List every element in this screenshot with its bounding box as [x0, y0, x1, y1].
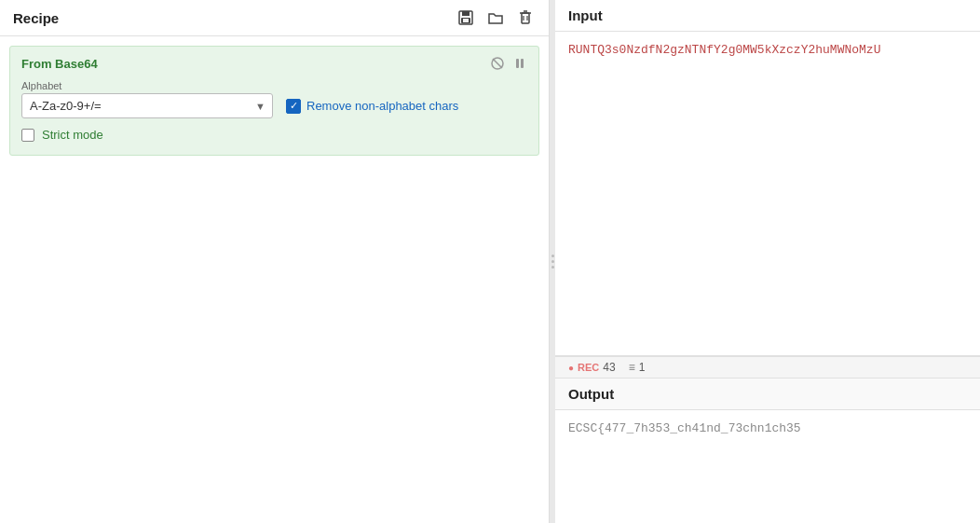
operation-controls — [490, 56, 527, 71]
input-section: Input RUNTQ3s0NzdfN2gzNTNfY2g0MW5kXzczY2… — [555, 0, 980, 356]
folder-icon[interactable] — [485, 7, 506, 28]
resize-dot — [551, 255, 554, 257]
strict-mode-row: Strict mode — [21, 128, 527, 142]
resize-dots — [551, 255, 554, 268]
operation-name: From Base64 — [21, 57, 98, 71]
recipe-title: Recipe — [13, 10, 59, 26]
pause-operation-icon[interactable] — [512, 56, 527, 71]
operation-card: From Base64 — [9, 46, 539, 156]
remove-nonalpha-label: Remove non-alphabet chars — [306, 99, 458, 113]
strict-mode-label: Strict mode — [42, 128, 103, 142]
rec-stat: ● REC 43 — [568, 361, 616, 374]
disable-operation-icon[interactable] — [490, 56, 505, 71]
save-icon[interactable] — [456, 7, 476, 28]
input-title: Input — [568, 7, 603, 23]
output-title: Output — [568, 386, 614, 402]
rec-icon: ● — [568, 363, 574, 373]
resize-dot — [551, 260, 554, 263]
recipe-toolbar — [456, 7, 536, 28]
rec-label: REC — [578, 362, 599, 373]
strict-mode-checkbox[interactable] — [21, 129, 34, 142]
remove-nonalpha-row: ✓ Remove non-alphabet chars — [286, 99, 458, 114]
alphabet-select-wrapper: A-Za-z0-9+/=A-Za-z0-9-_A-Za-z0-9+/ (no p… — [21, 93, 273, 118]
lines-stat: ≡ 1 — [629, 361, 646, 374]
svg-rect-11 — [516, 59, 519, 68]
checkmark-icon: ✓ — [290, 101, 298, 111]
output-value: ECSC{477_7h353_ch41nd_73chn1ch35 — [568, 421, 801, 435]
alphabet-select[interactable]: A-Za-z0-9+/=A-Za-z0-9-_A-Za-z0-9+/ (no p… — [21, 93, 273, 118]
input-value: RUNTQ3s0NzdfN2gzNTNfY2g0MW5kXzczY2huMWNo… — [568, 43, 880, 57]
output-header: Output — [555, 378, 980, 410]
output-section: Output ECSC{477_7h353_ch41nd_73chn1ch35 — [555, 378, 980, 523]
svg-rect-3 — [463, 19, 469, 22]
right-panel: Input RUNTQ3s0NzdfN2gzNTNfY2g0MW5kXzczY2… — [555, 0, 980, 523]
recipe-panel: Recipe — [0, 0, 550, 523]
input-text-area[interactable]: RUNTQ3s0NzdfN2gzNTNfY2g0MW5kXzczY2huMWNo… — [555, 32, 980, 355]
svg-line-10 — [493, 59, 502, 68]
rec-value: 43 — [603, 361, 615, 374]
svg-rect-4 — [522, 13, 529, 23]
lines-value: 1 — [639, 361, 646, 374]
delete-icon[interactable] — [515, 7, 536, 28]
svg-rect-12 — [521, 59, 524, 68]
stats-bar: ● REC 43 ≡ 1 — [555, 356, 980, 378]
alphabet-field-group: Alphabet A-Za-z0-9+/=A-Za-z0-9-_A-Za-z0-… — [21, 80, 527, 118]
output-text-area[interactable]: ECSC{477_7h353_ch41nd_73chn1ch35 — [555, 410, 980, 523]
svg-rect-1 — [462, 11, 470, 16]
alphabet-label: Alphabet — [21, 80, 527, 91]
field-row: A-Za-z0-9+/=A-Za-z0-9-_A-Za-z0-9+/ (no p… — [21, 93, 527, 118]
recipe-header: Recipe — [0, 0, 549, 36]
remove-nonalpha-checkbox[interactable]: ✓ — [286, 99, 301, 114]
lines-icon: ≡ — [629, 361, 635, 374]
resize-dot — [551, 266, 554, 268]
input-header: Input — [555, 0, 980, 32]
operation-header: From Base64 — [21, 56, 527, 71]
recipe-content: From Base64 — [0, 36, 549, 523]
